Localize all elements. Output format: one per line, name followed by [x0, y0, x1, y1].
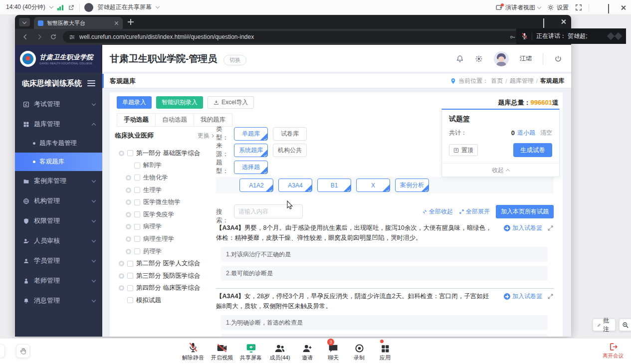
tab-manual-select[interactable]: 手动选题	[117, 113, 156, 127]
share-screen-button[interactable]: 共享屏幕	[236, 341, 265, 362]
filter-option[interactable]: 系统题库	[234, 144, 268, 157]
expander-icon[interactable]	[119, 285, 124, 291]
checkbox[interactable]	[134, 224, 140, 230]
expand-all-link[interactable]: 全部展开	[459, 207, 490, 216]
chat-button[interactable]: 3 聊天	[320, 341, 346, 362]
add-to-basket-link[interactable]: 加入试卷篮	[504, 224, 542, 232]
checkbox[interactable]	[134, 175, 140, 181]
expander-icon[interactable]	[126, 187, 131, 193]
expand-question-icon[interactable]	[547, 225, 554, 231]
tree-node[interactable]: 第二部分 医学人文综合	[115, 257, 213, 270]
sidebar-item-message[interactable]: 消息管理	[15, 291, 102, 311]
smart-recognition-button[interactable]: 智能识别录入	[156, 96, 203, 109]
expander-icon[interactable]	[126, 249, 131, 254]
subtype-option[interactable]: A1A2	[239, 179, 273, 192]
expander-icon[interactable]	[126, 212, 131, 217]
single-entry-button[interactable]: 单题录入	[117, 96, 152, 109]
sidebar-subitem-objective-bank[interactable]: 客观题库	[15, 153, 102, 171]
unmute-button[interactable]: 解除静音	[179, 341, 208, 362]
subtype-option[interactable]: 案例分析	[395, 179, 429, 192]
basket-collapse-button[interactable]: 收起	[442, 163, 559, 177]
chevron-down-icon[interactable]	[49, 4, 53, 8]
sidebar-item-exam[interactable]: 考试管理	[15, 94, 102, 114]
tree-node[interactable]: 生物化学	[115, 172, 213, 184]
filter-option[interactable]: 单题库	[234, 127, 268, 141]
sidebar-item-permission[interactable]: 权限管理	[15, 211, 102, 231]
close-button[interactable]	[621, 5, 626, 10]
pin-top-button[interactable]: 置顶	[449, 144, 478, 156]
tab-auto-select[interactable]: 自动选题	[155, 113, 194, 127]
breadcrumb-home[interactable]: 首页	[491, 77, 503, 85]
raise-hand-button[interactable]	[16, 344, 30, 358]
subtype-option[interactable]: X	[356, 179, 390, 192]
sidebar-subitem-topic-manage[interactable]: 题库专题管理	[15, 134, 102, 153]
checkbox[interactable]	[127, 150, 133, 156]
back-icon[interactable]	[22, 33, 29, 40]
tree-node[interactable]: 药理学	[115, 245, 213, 258]
switch-role-button[interactable]: 切换	[223, 55, 246, 65]
subtype-option[interactable]: A3A4	[278, 179, 312, 192]
minimize-button[interactable]	[596, 4, 602, 10]
tree-node[interactable]: 生理学	[115, 184, 213, 196]
expander-icon[interactable]	[126, 224, 131, 229]
leave-meeting-button[interactable]: 离开会议	[598, 342, 628, 360]
sidebar-item-question-bank[interactable]: 题库管理	[15, 114, 102, 134]
add-to-basket-link[interactable]: 加入试卷篮	[504, 292, 542, 301]
settings-button[interactable]: 设置	[547, 3, 569, 12]
basket-clear-link[interactable]: 清空	[540, 129, 552, 137]
expander-icon[interactable]	[126, 199, 131, 205]
sidebar-item-organization[interactable]: 机构管理	[15, 191, 102, 211]
checkbox[interactable]	[134, 248, 140, 254]
tree-node[interactable]: 模拟试题	[115, 294, 213, 307]
checkbox[interactable]	[134, 163, 140, 169]
checkbox[interactable]	[127, 261, 133, 267]
filter-option[interactable]: 机构公共	[273, 144, 307, 157]
expand-question-icon[interactable]	[547, 293, 554, 300]
maximize-button[interactable]	[608, 4, 614, 10]
tree-node[interactable]: 第四部分 临床医学综合	[115, 282, 213, 295]
site-settings-icon[interactable]	[69, 34, 75, 40]
sidebar-item-teacher[interactable]: 老师管理	[15, 271, 102, 291]
menu-collapse-icon[interactable]	[87, 79, 95, 88]
expander-icon[interactable]	[119, 151, 124, 156]
checkbox[interactable]	[134, 187, 140, 193]
header-gear-icon[interactable]	[475, 55, 483, 63]
tree-node[interactable]: 病理学	[115, 221, 213, 233]
checkbox[interactable]	[127, 285, 133, 291]
members-button[interactable]: 成员(44)	[265, 341, 294, 362]
browser-close-button[interactable]	[561, 19, 566, 24]
tab-search-button[interactable]	[19, 18, 30, 26]
tree-node[interactable]: 第三部分 预防医学综合	[115, 270, 213, 282]
checkbox[interactable]	[134, 199, 140, 205]
tab-close-icon[interactable]	[114, 21, 119, 25]
new-tab-button[interactable]	[128, 19, 134, 25]
add-all-button[interactable]: 加入本页所有试题	[496, 205, 554, 218]
expander-icon[interactable]	[119, 273, 124, 279]
magnifier-button[interactable]	[619, 319, 631, 331]
browser-minimize-button[interactable]	[526, 19, 532, 25]
fullscreen-icon[interactable]	[575, 4, 582, 11]
pop-out-icon[interactable]	[68, 4, 75, 11]
breadcrumb-bank[interactable]: 题库管理	[510, 77, 534, 85]
tree-node[interactable]: 病理生理学	[115, 233, 213, 245]
tree-node[interactable]: 医学微生物学	[115, 196, 213, 208]
notification-bell-icon[interactable]	[456, 54, 464, 63]
filter-option[interactable]: 选择题	[234, 161, 268, 174]
start-video-button[interactable]: 开启视频	[208, 341, 236, 362]
generate-paper-button[interactable]: 生成试卷	[513, 143, 552, 157]
chevron-down-icon[interactable]	[155, 4, 159, 8]
checkbox[interactable]	[127, 297, 133, 303]
password-key-icon[interactable]	[509, 34, 516, 40]
reload-icon[interactable]	[50, 33, 57, 40]
sidebar-item-personnel-audit[interactable]: 人员审核	[15, 231, 102, 251]
tree-node[interactable]: 第一部分 基础医学综合	[115, 147, 213, 160]
subtype-option[interactable]: B1	[317, 179, 351, 192]
sidebar-item-student[interactable]: 学员管理	[15, 251, 102, 271]
forward-icon[interactable]	[36, 33, 43, 40]
tree-node[interactable]: 医学免疫学	[115, 208, 213, 221]
filter-option[interactable]: 试卷库	[273, 127, 307, 141]
sidebar-item-case-library[interactable]: 案例库管理	[15, 171, 102, 191]
checkbox[interactable]	[134, 236, 140, 242]
collapse-all-link[interactable]: 全部收起	[422, 207, 453, 216]
browser-tab[interactable]: 智慧医教大平台	[34, 17, 123, 29]
